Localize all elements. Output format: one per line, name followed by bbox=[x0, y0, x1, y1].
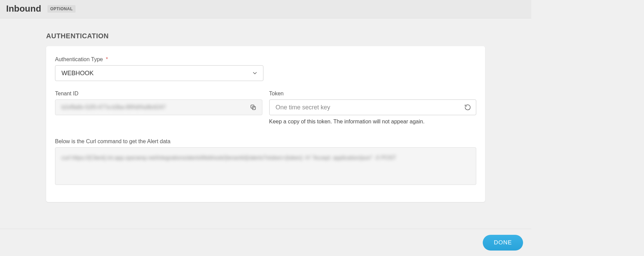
tenant-id-field: b2xf9a8v-52f3-477a-b3ba-89%6%d8c6247 bbox=[55, 99, 262, 115]
content-scroll[interactable]: AUTHENTICATION Authentication Type * WEB… bbox=[0, 18, 531, 231]
curl-label: Below is the Curl command to get the Ale… bbox=[55, 138, 476, 145]
page-header: Inbound OPTIONAL bbox=[0, 0, 531, 18]
token-label: Token bbox=[269, 91, 477, 97]
tenant-id-label: Tenant ID bbox=[55, 91, 262, 97]
auth-type-value: WEBHOOK bbox=[61, 70, 94, 77]
auth-type-label-text: Authentication Type bbox=[55, 56, 103, 62]
done-button[interactable]: DONE bbox=[483, 235, 523, 251]
token-input[interactable] bbox=[270, 100, 463, 115]
section-title: AUTHENTICATION bbox=[46, 32, 485, 40]
curl-command-value: curl https://{Client}.int.app.opsramp.ne… bbox=[61, 153, 470, 162]
auth-type-select[interactable]: WEBHOOK bbox=[55, 65, 263, 81]
tenant-id-value: b2xf9a8v-52f3-477a-b3ba-89%6%d8c6247 bbox=[61, 104, 166, 110]
authentication-card: Authentication Type * WEBHOOK Tenant ID bbox=[46, 46, 485, 202]
chevron-down-icon bbox=[251, 69, 259, 77]
token-helper-text: Keep a copy of this token. The informati… bbox=[269, 119, 477, 125]
regenerate-icon[interactable] bbox=[463, 103, 472, 112]
auth-type-label: Authentication Type * bbox=[55, 56, 476, 63]
copy-icon[interactable] bbox=[248, 103, 258, 112]
page-title: Inbound bbox=[6, 3, 41, 14]
footer-bar: DONE bbox=[0, 229, 531, 256]
required-indicator: * bbox=[106, 56, 108, 62]
curl-command-field[interactable]: curl https://{Client}.int.app.opsramp.ne… bbox=[55, 147, 476, 185]
optional-badge: OPTIONAL bbox=[47, 5, 76, 13]
